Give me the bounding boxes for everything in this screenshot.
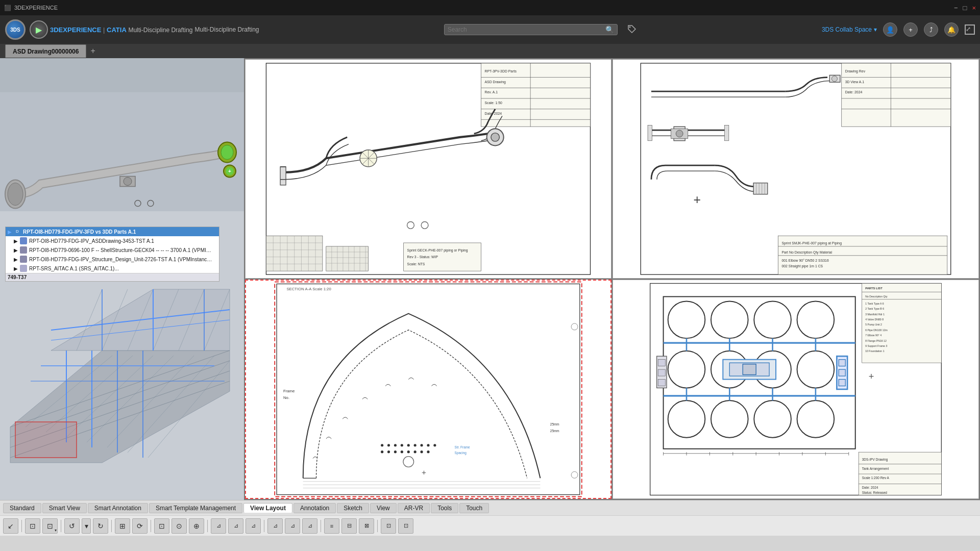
drawing-tab[interactable]: ASD Drawing00000006: [5, 44, 86, 58]
svg-rect-213: [839, 380, 845, 386]
collab-space-button[interactable]: 3DS Collab Space ▾: [822, 26, 877, 33]
toolbar-sep-4: [151, 520, 151, 532]
svg-rect-108: [648, 125, 652, 140]
tree-item-3[interactable]: ▶ RPT-OI8-HD779-FDG-IPV_Structure_Design…: [6, 255, 219, 264]
tab-annotation[interactable]: Annotation: [293, 503, 336, 513]
tool-section-1[interactable]: ⊿: [267, 518, 283, 534]
tree-item-4[interactable]: ▶ RPT-SRS_AITAC A.1 (SRS_AITAC.1)...: [6, 264, 219, 273]
svg-text:Tank Arrangement: Tank Arrangement: [862, 467, 889, 471]
drawing-svg-2: Drawing Rev 3D View A.1 Date: 2024: [613, 60, 978, 278]
tool-redo[interactable]: ↻: [93, 518, 108, 534]
tool-select[interactable]: ↙: [3, 518, 18, 534]
svg-rect-77: [326, 246, 369, 271]
svg-point-147: [414, 450, 416, 453]
svg-rect-53: [280, 167, 286, 185]
svg-point-107: [676, 130, 683, 137]
tool-dim-1[interactable]: ⊿: [211, 518, 226, 534]
drawing-view-top-left[interactable]: RPT-3PV-3DD Parts ASD Drawing Rev. A.1 S…: [245, 59, 611, 279]
search-icon[interactable]: 🔍: [605, 26, 614, 34]
drawing-view-top-right[interactable]: Drawing Rev 3D View A.1 Date: 2024: [612, 59, 979, 279]
add-icon[interactable]: +: [903, 22, 918, 37]
logo-area: 3DS ▶ 3DEXPERIENCE | CATIA Multi-Discipl…: [5, 19, 259, 40]
tab-touch[interactable]: Touch: [459, 503, 489, 513]
tool-center[interactable]: ⊟: [341, 518, 357, 534]
toolbar-sep-2: [61, 520, 61, 532]
svg-text:1   Tank Type A   6: 1 Tank Type A 6: [865, 302, 884, 305]
tab-tools[interactable]: Tools: [431, 503, 458, 513]
tool-print[interactable]: ⊡: [398, 518, 413, 534]
svg-text:+: +: [228, 168, 231, 174]
svg-text:002    Straight pipe 1m    1  : 002 Straight pipe 1m 1 CS: [781, 264, 823, 268]
tool-section-2[interactable]: ⊿: [285, 518, 300, 534]
tree-label-3: RPT-OI8-HD779-FDG-IPV_Structure_Design_U…: [29, 257, 213, 262]
tab-view-layout[interactable]: View Layout: [243, 503, 292, 513]
maximize-button[interactable]: □: [963, 4, 967, 12]
svg-text:3DS-IPV Drawing: 3DS-IPV Drawing: [862, 458, 888, 462]
svg-point-141: [433, 444, 436, 446]
tool-export[interactable]: ⊡: [381, 518, 396, 534]
app-title-area: ▶ 3DEXPERIENCE | CATIA Multi-Discipline …: [30, 20, 259, 39]
tab-view[interactable]: View: [370, 503, 397, 513]
tool-view-3[interactable]: ⊕: [189, 518, 204, 534]
user-icon[interactable]: 👤: [883, 22, 897, 37]
tool-align[interactable]: ≡: [324, 518, 339, 534]
tool-view-1[interactable]: ⊡: [154, 518, 169, 534]
tree-expand-4[interactable]: ▶: [14, 266, 18, 271]
drawing-view-bottom-left[interactable]: Frame No.: [245, 280, 611, 499]
tab-sketch[interactable]: Sketch: [337, 503, 369, 513]
share-icon[interactable]: ⤴: [924, 22, 938, 37]
tab-standard[interactable]: Standard: [3, 503, 41, 513]
tree-item-0[interactable]: ▶ D RPT-OI8-HD779-FDG-IPV-3FD vs 3DD Par…: [6, 227, 219, 236]
tree-item-1[interactable]: ▶ RPT-OI8-HD779-FDG-IPV_ASDDrawing-3453-…: [6, 236, 219, 245]
svg-rect-215: [658, 360, 665, 366]
search-box[interactable]: 🔍: [444, 24, 618, 35]
close-button[interactable]: ×: [972, 4, 976, 12]
tool-copy[interactable]: ⊡: [25, 518, 40, 534]
tool-grid[interactable]: ⊞: [115, 518, 130, 534]
tab-smart-annotation[interactable]: Smart Annotation: [88, 503, 148, 513]
minimize-button[interactable]: −: [954, 4, 958, 12]
tree-expand-2[interactable]: ▶: [14, 247, 18, 253]
tool-section-3[interactable]: ⊿: [302, 518, 317, 534]
svg-point-104: [831, 76, 837, 82]
collab-label: 3DS Collab Space: [822, 26, 872, 33]
add-tab-button[interactable]: +: [87, 46, 98, 56]
svg-point-138: [414, 444, 416, 446]
tab-ar-vr[interactable]: AR-VR: [398, 503, 430, 513]
svg-point-7: [124, 178, 132, 186]
svg-text:8   Flange PN16   12: 8 Flange PN16 12: [865, 339, 887, 342]
tool-arrange[interactable]: ⊠: [359, 518, 374, 534]
tool-paste-special[interactable]: ⊡▾: [42, 518, 58, 534]
svg-rect-212: [839, 369, 845, 376]
svg-text:25mm: 25mm: [550, 429, 559, 433]
tool-refresh[interactable]: ⟳: [132, 518, 148, 534]
tree-expand-0[interactable]: ▶: [8, 229, 12, 235]
tag-icon[interactable]: [627, 24, 637, 36]
tool-view-2[interactable]: ⊙: [172, 518, 187, 534]
collab-dropdown-icon: ▾: [874, 26, 877, 33]
tool-undo[interactable]: ↺: [64, 518, 80, 534]
tool-dim-2[interactable]: ⊿: [228, 518, 243, 534]
svg-point-5: [221, 145, 233, 160]
svg-text:+: +: [422, 468, 426, 477]
svg-point-149: [427, 450, 429, 453]
tab-smart-view[interactable]: Smart View: [42, 503, 87, 513]
drawing-view-bottom-right[interactable]: 3DS-IPV Drawing Tank Arrangement Scale 1…: [612, 280, 979, 499]
tree-expand-3[interactable]: ▶: [14, 257, 18, 262]
svg-text:ASD Drawing: ASD Drawing: [484, 80, 506, 84]
tool-undo-dropdown[interactable]: ▾: [82, 518, 91, 534]
drawing-svg-3: Frame No.: [246, 281, 610, 498]
tab-smart-template[interactable]: Smart Template Management: [149, 503, 242, 513]
play-button[interactable]: ▶: [30, 20, 48, 39]
svg-text:Date: 2024: Date: 2024: [862, 486, 878, 489]
notifications-icon[interactable]: 🔔: [944, 22, 959, 37]
svg-rect-211: [839, 360, 845, 366]
search-input[interactable]: [448, 26, 603, 33]
tree-expand-1[interactable]: ▶: [14, 238, 18, 244]
svg-point-144: [394, 450, 397, 453]
tool-dim-3[interactable]: ⊿: [246, 518, 261, 534]
svg-rect-216: [658, 369, 665, 376]
tree-item-2[interactable]: ▶ RPT-OI8-HD779-0696-100 F -- ShellStruc…: [6, 245, 219, 255]
fullscreen-icon[interactable]: ⤢: [965, 24, 975, 35]
svg-point-62: [491, 133, 500, 142]
